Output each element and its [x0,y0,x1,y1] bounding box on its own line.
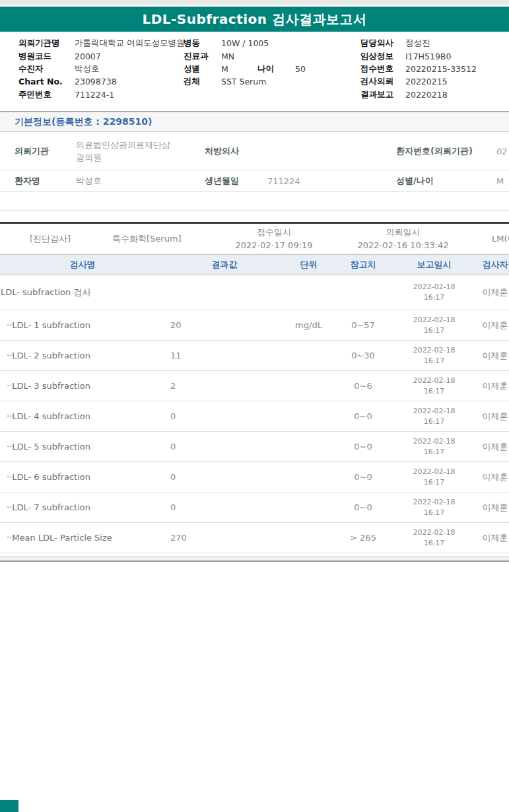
basic-info-row-patient: 환자명 박성호 생년월일 711224 성별/나이 M [0,170,509,192]
examiner-cell: 이제훈 [475,441,509,453]
report-datetime-cell: 2022-02-1816:17 [393,406,475,427]
report-date: 2022-02-18 [393,467,475,477]
field-label: 나이 [257,63,295,75]
report-time: 16:17 [393,325,475,336]
examiner-cell: 이제훈 [475,287,509,298]
report-date: 2022-02-18 [393,315,475,325]
col-header-unit: 단위 [284,259,333,271]
receipt-datetime-value: 2022-02-17 09:19 [224,239,323,252]
header-field-row: 병동10W / 1005 [184,37,306,50]
report-date: 2022-02-18 [393,376,475,386]
test-name-cell: ··LDL- 3 subfraction [0,381,165,391]
request-datetime-label: 의뢰일시 [349,226,458,239]
field-label: 담당의사 [360,38,405,49]
examiner-cell: 이제훈 [475,411,509,423]
field-label: 검체 [184,76,221,87]
report-time: 16:17 [393,508,475,518]
field-value: I17H519B0 [405,51,451,61]
report-datetime-cell: 2022-02-1816:17 [393,282,475,303]
reference-range-cell: 0~57 [333,320,393,330]
header-field-row: 결과보고20220218 [360,88,477,101]
col-header-examiner: 검사자 [475,259,509,271]
report-date: 2022-02-18 [393,527,475,538]
test-name-cell: ··LDL- 1 subfraction [0,320,165,330]
result-row: ··LDL- 6 subfraction00~02022-02-1816:17이… [0,462,509,492]
report-date: 2022-02-18 [393,436,475,447]
reference-range-cell: 0~6 [333,381,393,391]
header-field-row: 주민번호711224-1 [18,88,184,101]
test-name-cell: ··Mean LDL- Particle Size [0,533,165,543]
report-time: 16:17 [393,447,475,457]
report-datetime-cell: 2022-02-1816:17 [393,345,475,366]
header-field-row: 의뢰기관명가톨릭대학교 여의도성모병원 [18,37,184,50]
examiner-cell: 이제훈 [475,350,509,362]
field-label: 성별 [184,63,221,75]
field-label: 수진자 [18,63,75,75]
header-column-right: 담당의사정성진임상정보I17H519B0접수번호20220215-33512검사… [360,37,477,101]
results-table: 검사명 결과값 단위 참고치 보고일시 검사자 LDL- subfraction… [0,255,509,553]
sex-age-label: 성별/나이 [396,175,434,187]
field-label: 결과보고 [360,89,405,100]
test-name-cell: LDL- subfraction 검사 [0,287,165,298]
header-field-row: 수진자박성호 [18,63,184,75]
receipt-datetime-label: 접수일시 [224,226,323,239]
page-title: LDL-Subfraction 검사결과보고서 [142,11,366,28]
exam-department: [진단검사] [30,233,71,245]
exam-category: 특수화학[Serum] [112,233,182,245]
test-name-cell: ··LDL- 4 subfraction [0,411,165,421]
requesting-institution-value: 의료법인삼광의료재단삼광의원 [76,138,176,164]
basic-info-row-institution: 의뢰기관 의료법인삼광의료재단삼광의원 처방의사 환자번호(의뢰기관) 02 [0,132,509,170]
unit-cell: mg/dL [284,320,333,330]
field-label: 병원코드 [18,51,75,62]
field-value: MN [221,51,234,61]
request-datetime-value: 2022-02-16 10:33:42 [349,239,458,252]
result-row: ··LDL- 2 subfraction110~302022-02-1816:1… [0,341,509,371]
result-value-cell: 2 [165,381,284,391]
reference-range-cell: 0~0 [333,472,393,482]
reference-range-cell: 0~0 [333,411,393,421]
result-row: ··Mean LDL- Particle Size270> 2652022-02… [0,523,509,553]
patient-header-info: 의뢰기관명가톨릭대학교 여의도성모병원병원코드20007수진자박성호Chart … [0,37,509,100]
report-date: 2022-02-18 [393,406,475,417]
test-name-cell: ··LDL- 5 subfraction [0,442,165,452]
result-value-cell: 0 [165,472,284,482]
field-value: 711224-1 [75,90,114,100]
test-name-cell: ··LDL- 2 subfraction [0,351,165,360]
field-label: Chart No. [18,77,75,86]
result-row: ··LDL- 4 subfraction00~02022-02-1816:17이… [0,401,509,432]
field-value: 20220215 [405,77,448,86]
diagnostic-exam-band: [진단검사] 특수화학[Serum] 접수일시 2022-02-17 09:19… [0,222,509,255]
examiner-cell: 이제훈 [475,502,509,514]
header-field-row: 검체SST Serum [184,75,306,88]
header-field-row: Chart No.23098738 [18,75,184,88]
report-datetime-cell: 2022-02-1816:17 [393,436,475,457]
report-date: 2022-02-18 [393,345,475,356]
field-label: 진료과 [184,51,221,62]
examiner-cell: 이제훈 [475,471,509,483]
result-row: LDL- subfraction 검사2022-02-1816:17이제훈 [0,275,509,310]
header-field-row: 병원코드20007 [18,50,184,62]
footer-gray-bar [0,557,509,562]
test-name-cell: ··LDL- 6 subfraction [0,472,165,482]
results-table-body: LDL- subfraction 검사2022-02-1816:17이제훈··L… [0,275,509,553]
header-field-row: 검사의뢰20220215 [360,75,477,88]
result-row: ··LDL- 5 subfraction00~02022-02-1816:17이… [0,432,509,462]
field-label: 의뢰기관명 [18,38,75,49]
field-label: 검사의뢰 [360,76,405,87]
result-value-cell: 11 [165,351,284,360]
field-value: SST Serum [221,77,266,86]
request-datetime-block: 의뢰일시 2022-02-16 10:33:42 [349,226,458,252]
basic-info-section-header: 기본정보(등록번호 : 2298510) [0,111,509,132]
result-value-cell: 0 [165,411,284,421]
report-datetime-cell: 2022-02-1816:17 [393,467,475,488]
patient-number-label: 환자번호(의뢰기관) [396,145,473,157]
field-value: 가톨릭대학교 여의도성모병원 [75,38,184,49]
reference-range-cell: > 265 [333,533,393,543]
top-divider-strip [0,0,509,5]
col-header-test-name: 검사명 [0,259,165,271]
report-time: 16:17 [393,417,475,427]
reference-range-cell: 0~30 [333,351,393,360]
results-table-header: 검사명 결과값 단위 참고치 보고일시 검사자 [0,255,509,275]
field-label: 임상정보 [360,51,405,62]
reference-range-cell: 0~0 [333,442,393,452]
